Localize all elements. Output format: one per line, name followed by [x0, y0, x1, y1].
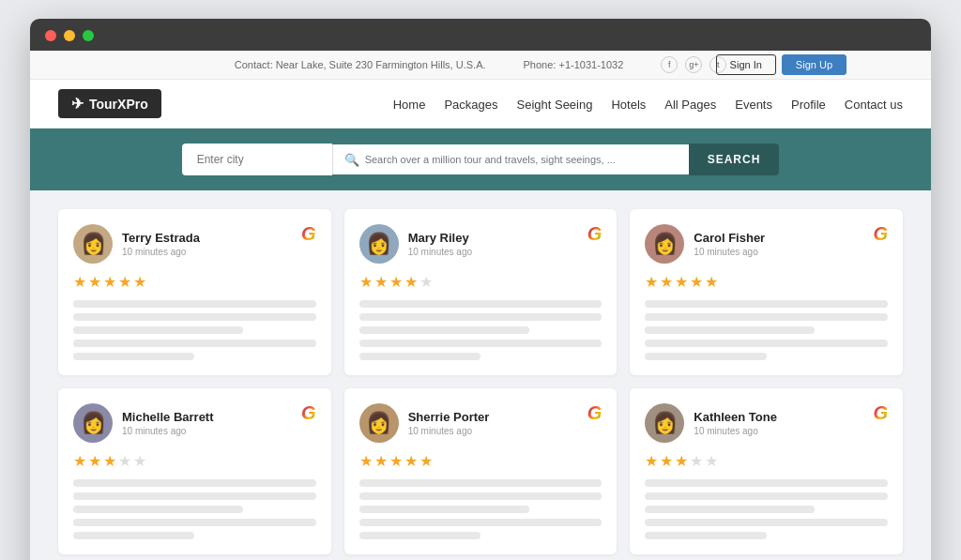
review-line: [73, 506, 243, 513]
star-icon: ★: [374, 273, 388, 291]
reviewer-time: 10 minutes ago: [408, 247, 472, 257]
nav-home[interactable]: Home: [393, 96, 426, 113]
avatar: 👩: [359, 403, 399, 443]
nav-allpages[interactable]: All Pages: [664, 96, 716, 113]
review-header: 👩 Sherrie Porter 10 minutes ago G: [359, 403, 603, 443]
review-line: [359, 492, 603, 500]
avatar: 👩: [359, 224, 399, 264]
reviewer-time: 10 minutes ago: [408, 426, 490, 436]
nav-contactus[interactable]: Contact us: [845, 96, 903, 113]
review-card: 👩 Michelle Barrett 10 minutes ago G ★★★★…: [58, 388, 331, 554]
review-line: [73, 519, 316, 526]
star-icon: ★: [133, 273, 146, 291]
reviewer-info: 👩 Mary Riley 10 minutes ago: [359, 224, 472, 264]
star-icon: ★: [645, 452, 658, 470]
reviewer-name: Carol Fisher: [694, 231, 765, 247]
search-icon: 🔍: [344, 153, 359, 167]
main-content: 👩 Terry Estrada 10 minutes ago G ★★★★★ 👩: [30, 190, 931, 560]
star-icon: ★: [675, 273, 688, 291]
city-input[interactable]: [182, 144, 332, 175]
review-line: [73, 492, 316, 500]
search-wrapper: 🔍: [332, 144, 689, 174]
review-text-lines: [73, 300, 316, 360]
star-icon: ★: [118, 273, 131, 291]
signin-button[interactable]: Sign In: [716, 54, 776, 75]
review-header: 👩 Mary Riley 10 minutes ago G: [359, 224, 603, 264]
review-card: 👩 Terry Estrada 10 minutes ago G ★★★★★: [58, 209, 331, 375]
review-line: [73, 532, 194, 539]
browser-chrome: [30, 19, 931, 51]
review-line: [359, 340, 603, 347]
star-rating: ★★★★★: [645, 452, 888, 470]
search-button[interactable]: SEARCH: [689, 144, 780, 175]
review-line: [73, 300, 316, 308]
reviewer-name: Sherrie Porter: [408, 410, 490, 426]
star-icon: ★: [660, 273, 673, 291]
reviewer-time: 10 minutes ago: [122, 426, 214, 436]
star-icon: ★: [103, 452, 116, 470]
signup-button[interactable]: Sign Up: [782, 54, 847, 75]
nav-packages[interactable]: Packages: [444, 96, 497, 113]
review-line: [645, 353, 766, 360]
review-line: [645, 326, 815, 334]
reviewer-name: Terry Estrada: [122, 231, 200, 247]
top-info-bar: Contact: Near Lake, Suite 230 Farmington…: [30, 51, 931, 80]
review-line: [645, 506, 815, 513]
star-icon: ★: [419, 273, 433, 291]
avatar: 👩: [73, 403, 113, 443]
google-icon: G: [301, 224, 316, 243]
review-card: 👩 Kathleen Tone 10 minutes ago G ★★★★★: [630, 388, 903, 554]
review-line: [645, 340, 888, 347]
review-card: 👩 Sherrie Porter 10 minutes ago G ★★★★★: [344, 388, 618, 554]
star-icon: ★: [690, 452, 703, 470]
star-icon: ★: [389, 273, 403, 291]
star-icon: ★: [88, 273, 101, 291]
google-icon: G: [873, 403, 888, 422]
review-line: [645, 492, 888, 500]
reviewer-time: 10 minutes ago: [122, 247, 200, 257]
star-icon: ★: [389, 452, 403, 470]
reviewer-name: Kathleen Tone: [694, 410, 777, 426]
review-line: [73, 340, 316, 347]
review-line: [645, 532, 766, 539]
auth-buttons: Sign In Sign Up: [716, 54, 847, 75]
reviewer-name: Michelle Barrett: [122, 410, 214, 426]
maximize-dot[interactable]: [83, 30, 94, 41]
review-line: [359, 532, 480, 539]
star-rating: ★★★★★: [359, 452, 603, 470]
logo-text: TourXPro: [89, 97, 148, 112]
minimize-dot[interactable]: [64, 30, 75, 41]
review-text-lines: [645, 300, 888, 360]
star-icon: ★: [73, 452, 86, 470]
facebook-icon[interactable]: f: [661, 56, 678, 73]
googleplus-icon[interactable]: g+: [685, 56, 702, 73]
reviewer-info: 👩 Terry Estrada 10 minutes ago: [73, 224, 200, 264]
star-icon: ★: [404, 452, 418, 470]
browser-window: Contact: Near Lake, Suite 230 Farmington…: [30, 19, 931, 560]
reviewer-info: 👩 Carol Fisher 10 minutes ago: [645, 224, 765, 264]
google-icon: G: [873, 224, 888, 243]
star-rating: ★★★★★: [73, 452, 316, 470]
review-line: [645, 313, 888, 321]
google-icon: G: [301, 403, 316, 422]
review-line: [645, 479, 888, 487]
nav-sightseeing[interactable]: Seight Seeing: [517, 96, 593, 113]
nav-profile[interactable]: Profile: [791, 96, 826, 113]
search-input[interactable]: [365, 144, 678, 174]
star-rating: ★★★★★: [645, 273, 888, 291]
logo[interactable]: ✈ TourXPro: [58, 89, 161, 118]
star-icon: ★: [359, 273, 373, 291]
reviewer-time: 10 minutes ago: [694, 247, 765, 257]
nav-hotels[interactable]: Hotels: [611, 96, 646, 113]
review-line: [359, 313, 603, 321]
star-icon: ★: [118, 452, 131, 470]
nav-events[interactable]: Events: [735, 96, 772, 113]
star-icon: ★: [675, 452, 688, 470]
star-icon: ★: [88, 452, 101, 470]
close-dot[interactable]: [45, 30, 56, 41]
reviews-grid: 👩 Terry Estrada 10 minutes ago G ★★★★★ 👩: [58, 209, 903, 560]
review-line: [645, 300, 888, 308]
reviewer-name: Mary Riley: [408, 231, 472, 247]
review-text-lines: [73, 479, 316, 539]
review-line: [645, 519, 888, 526]
